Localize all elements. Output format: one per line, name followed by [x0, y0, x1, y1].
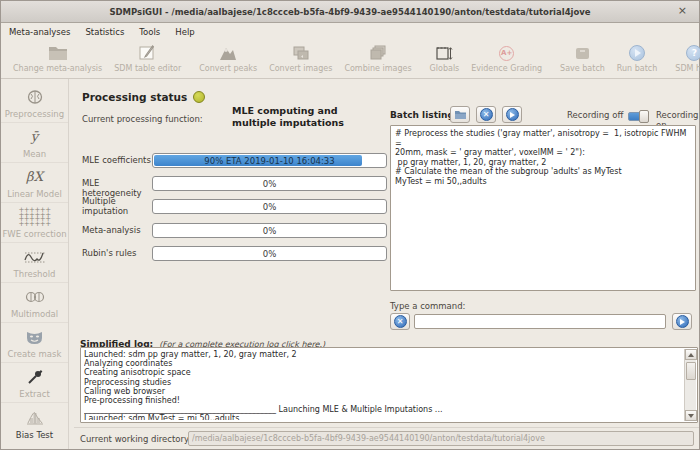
toolbar-combine-images[interactable]: Combine images — [338, 42, 417, 78]
toolbar-globals[interactable]: Globals — [424, 42, 466, 78]
toolbar-convert-images[interactable]: Convert images — [263, 42, 338, 78]
toolbar-convert-peaks[interactable]: Convert peaks — [193, 42, 263, 78]
log-box[interactable]: Launched: sdm pp gray matter, 1, 20, gra… — [80, 347, 698, 423]
command-input[interactable] — [414, 314, 666, 329]
open-batch-button[interactable] — [450, 106, 470, 123]
sidebar-item-bias-test[interactable]: Bias Test — [1, 403, 68, 443]
folder-icon — [454, 110, 467, 120]
sidebar-label: Preprocessing — [5, 109, 64, 119]
toolbar-run-batch[interactable]: Run batch — [611, 42, 663, 78]
toggle-handle[interactable] — [639, 110, 649, 123]
log-line: Launched: sdm pp gray matter, 1, 20, gra… — [84, 350, 681, 359]
title-bar[interactable]: SDMPsiGUI - /media/aalbajese/1c8ccceb-b5… — [1, 1, 699, 23]
batch-listing-text[interactable]: # Preprocess the studies ('gray matter',… — [390, 125, 696, 291]
status-indicator — [193, 91, 205, 103]
menu-meta-analyses[interactable]: Meta-analyses — [9, 25, 77, 39]
sidebar-label: Bias Test — [16, 430, 53, 440]
toolbar-evidence-grading[interactable]: A+ Evidence Grading — [465, 42, 548, 78]
evidence-glyph: A+ — [501, 49, 512, 57]
help-glyph: ? — [692, 48, 697, 58]
sidebar-item-linear-model[interactable]: βX Linear Model — [1, 163, 68, 203]
page-title-text: Processing status — [82, 91, 187, 103]
run-icon — [629, 43, 645, 63]
sidebar-label: Threshold — [14, 269, 56, 279]
stop-batch-button[interactable]: ✕ — [476, 106, 496, 123]
folder-icon — [48, 43, 68, 63]
help-icon: ? — [686, 43, 700, 63]
toolbar-label: SDM table editor — [114, 64, 181, 73]
save-icon — [574, 43, 591, 63]
fwe-grid-icon: ++++++ ++++++ ++++++ ++++++ — [18, 206, 50, 228]
page-title: Processing status — [82, 91, 205, 103]
toolbar-sdm-table-editor[interactable]: SDM table editor — [108, 42, 187, 78]
threshold-wave-icon — [24, 246, 46, 268]
log-scrollbar[interactable] — [684, 349, 696, 421]
linear-model-icon: βX — [26, 166, 43, 188]
progress-label: Meta-analysis — [82, 226, 152, 236]
log-line: Calling web browser — [84, 387, 681, 396]
toolbar-change-meta-analysis[interactable]: Change meta-analysis — [7, 42, 108, 78]
toolbar-label: Convert peaks — [199, 64, 257, 73]
progress-bar-meta-analysis: 0% — [152, 223, 387, 238]
close-icon[interactable]: × — [678, 5, 687, 17]
log-line: ________________________________________… — [84, 405, 681, 414]
menu-statistics[interactable]: Statistics — [85, 25, 131, 39]
menu-help[interactable]: Help — [175, 25, 201, 39]
log-line: Launched: sdm MyTest = mi 50,,adults — [84, 414, 681, 420]
sidebar-item-extract[interactable]: Extract — [1, 363, 68, 403]
sidebar-item-create-mask[interactable]: Create mask — [1, 323, 68, 363]
cwd-label: Current working directory: — [80, 434, 191, 444]
sidebar-label: Extract — [19, 389, 49, 399]
toolbar-label: Run batch — [617, 64, 657, 73]
toolbar-label: SDM help — [675, 64, 700, 73]
log-line: Pre-processing finished! — [84, 396, 681, 405]
progress-text: 0% — [153, 247, 386, 260]
play-icon — [676, 315, 689, 328]
recording-toggle[interactable] — [628, 112, 648, 121]
sidebar-item-fwe-correction[interactable]: ++++++ ++++++ ++++++ ++++++ FWE correcti… — [1, 203, 68, 243]
main-content: Processing status Current processing fun… — [70, 79, 699, 449]
window-title: SDMPsiGUI - /media/aalbajese/1c8ccceb-b5… — [109, 7, 590, 17]
batch-listing-title: Batch listing — [390, 110, 454, 120]
toolbar-sdm-help[interactable]: ? SDM help — [669, 42, 700, 78]
progress-label: MLE coefficients — [82, 156, 152, 166]
histogram-icon — [25, 407, 45, 429]
sidebar-item-multimodal[interactable]: Multimodal — [1, 283, 68, 323]
table-editor-icon — [139, 43, 157, 63]
menu-tools[interactable]: Tools — [139, 25, 167, 39]
toolbar-label: Combine images — [344, 64, 411, 73]
scroll-up-icon[interactable] — [685, 349, 697, 360]
sidebar-item-threshold[interactable]: Threshold — [1, 243, 68, 283]
progress-label: Multiple imputation — [82, 197, 152, 216]
progress-bar-rubins-rules: 0% — [152, 246, 387, 261]
app-window: SDMPsiGUI - /media/aalbajese/1c8ccceb-b5… — [0, 0, 700, 450]
toolbar-label: Change meta-analysis — [13, 64, 102, 73]
sidebar-item-preprocessing[interactable]: Preprocessing — [1, 83, 68, 123]
command-label: Type a command: — [390, 301, 465, 311]
log-line: Creating anisotropic space — [84, 368, 681, 377]
sidebar: Preprocessing ȳ Mean βX Linear Model +++… — [1, 79, 69, 449]
scroll-down-icon[interactable] — [685, 410, 697, 421]
stop-icon: ✕ — [480, 108, 493, 121]
progress-text: 0% — [153, 224, 386, 237]
run-command-button[interactable] — [672, 313, 692, 330]
statusbar-divider — [74, 427, 699, 428]
toolbar-save-batch[interactable]: Save batch — [554, 42, 611, 78]
globals-icon — [435, 43, 453, 63]
recording-off-label: Recording off — [567, 110, 623, 120]
mean-icon: ȳ — [31, 126, 38, 148]
toolbar-label: Save batch — [560, 64, 605, 73]
scrollbar-thumb[interactable] — [686, 362, 696, 380]
clear-command-button[interactable]: ✕ — [390, 313, 410, 330]
combine-images-icon — [369, 43, 387, 63]
sidebar-label: Multimodal — [11, 309, 58, 319]
log-line: Preprocessing studies — [84, 378, 681, 387]
log-line: Analyzing coordinates — [84, 359, 681, 368]
sidebar-item-mean[interactable]: ȳ Mean — [1, 123, 68, 163]
menu-bar: Meta-analyses Statistics Tools Help — [1, 24, 699, 40]
current-function-value: MLE computing and multiple imputations — [232, 105, 350, 128]
toolbar-label: Globals — [430, 64, 460, 73]
play-batch-button[interactable] — [502, 106, 522, 123]
progress-text: 90% ETA 2019-01-10 16:04:33 — [153, 154, 386, 167]
progress-label: Rubin's rules — [82, 249, 152, 259]
